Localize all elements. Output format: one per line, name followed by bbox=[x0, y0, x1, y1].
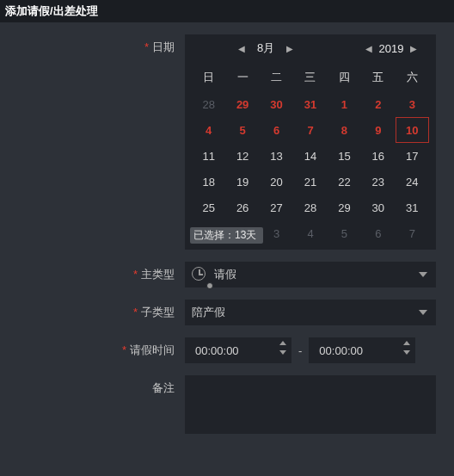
calendar-day[interactable]: 21 bbox=[293, 169, 327, 195]
required-mark: * bbox=[133, 268, 138, 281]
calendar: ◀ 8月 ▶ ◀ 2019 ▶ 日一二三四五六28293031123456789… bbox=[185, 34, 436, 250]
calendar-day[interactable]: 5 bbox=[225, 117, 259, 143]
calendar-day[interactable]: 23 bbox=[361, 169, 395, 195]
calendar-dow: 六 bbox=[396, 64, 429, 91]
end-time-value: 00:00:00 bbox=[319, 344, 363, 357]
start-time-input[interactable]: 00:00:00 bbox=[185, 337, 291, 363]
calendar-dow: 日 bbox=[192, 64, 225, 91]
calendar-day[interactable]: 13 bbox=[260, 143, 293, 169]
row-date: *日期 ◀ 8月 ▶ ◀ 2019 ▶ 日一二三四五六2829303112345… bbox=[9, 34, 442, 250]
calendar-day[interactable]: 4 bbox=[192, 117, 225, 143]
label-date: *日期 bbox=[9, 34, 185, 250]
main-type-value: 请假 bbox=[214, 267, 236, 282]
calendar-day[interactable]: 30 bbox=[361, 195, 395, 220]
calendar-day[interactable]: 24 bbox=[396, 169, 429, 195]
calendar-day[interactable]: 10 bbox=[396, 117, 429, 143]
calendar-day[interactable]: 19 bbox=[225, 169, 259, 195]
label-sub-type: *子类型 bbox=[9, 300, 185, 325]
calendar-day[interactable]: 2 bbox=[361, 91, 395, 117]
calendar-day[interactable]: 29 bbox=[225, 91, 259, 117]
calendar-day[interactable]: 31 bbox=[293, 91, 327, 117]
time-separator: - bbox=[298, 344, 302, 357]
main-type-select[interactable]: 请假 bbox=[185, 262, 436, 287]
calendar-year: 2019 bbox=[379, 42, 404, 55]
calendar-dow: 五 bbox=[361, 64, 395, 91]
end-time-down[interactable] bbox=[403, 350, 410, 355]
calendar-day[interactable]: 28 bbox=[293, 195, 327, 220]
calendar-day[interactable]: 15 bbox=[328, 143, 361, 169]
calendar-day[interactable]: 16 bbox=[361, 143, 395, 169]
calendar-day[interactable]: 6 bbox=[361, 220, 395, 246]
calendar-day[interactable]: 20 bbox=[260, 169, 293, 195]
calendar-day[interactable]: 25 bbox=[192, 195, 225, 220]
form: *日期 ◀ 8月 ▶ ◀ 2019 ▶ 日一二三四五六2829303112345… bbox=[0, 22, 454, 454]
remark-textarea[interactable] bbox=[185, 375, 436, 434]
required-mark: * bbox=[133, 306, 138, 318]
calendar-day[interactable]: 18 bbox=[192, 169, 225, 195]
label-main-type: *主类型 bbox=[9, 262, 185, 287]
calendar-day[interactable]: 30 bbox=[260, 91, 293, 117]
chevron-down-icon bbox=[419, 272, 427, 277]
row-leave-time: *请假时间 00:00:00 - 00:00:00 bbox=[9, 337, 442, 363]
next-year-arrow[interactable]: ▶ bbox=[410, 44, 417, 53]
calendar-day[interactable]: 7 bbox=[293, 117, 327, 143]
row-main-type: *主类型 请假 bbox=[9, 262, 442, 287]
start-time-up[interactable] bbox=[279, 341, 286, 345]
required-mark: * bbox=[122, 343, 126, 356]
clock-badge-icon bbox=[206, 282, 213, 289]
calendar-day[interactable]: 6 bbox=[260, 117, 293, 143]
start-time-down[interactable] bbox=[279, 350, 286, 355]
calendar-day[interactable]: 4 bbox=[293, 220, 327, 246]
row-remark: 备注 bbox=[9, 375, 442, 434]
calendar-day[interactable]: 28 bbox=[192, 91, 225, 117]
calendar-day[interactable]: 8 bbox=[328, 117, 361, 143]
calendar-day[interactable]: 27 bbox=[260, 195, 293, 220]
calendar-day[interactable]: 11 bbox=[192, 143, 225, 169]
calendar-day[interactable]: 22 bbox=[328, 169, 361, 195]
end-time-up[interactable] bbox=[403, 341, 410, 345]
calendar-day[interactable]: 9 bbox=[361, 117, 395, 143]
calendar-dow: 二 bbox=[260, 64, 293, 91]
sub-type-value: 陪产假 bbox=[192, 305, 225, 320]
label-leave-time: *请假时间 bbox=[9, 337, 185, 363]
calendar-day[interactable]: 29 bbox=[328, 195, 361, 220]
calendar-dow: 四 bbox=[328, 64, 361, 91]
calendar-status: 已选择：13天 bbox=[190, 227, 263, 244]
calendar-day[interactable]: 12 bbox=[225, 143, 259, 169]
calendar-day[interactable]: 14 bbox=[293, 143, 327, 169]
chevron-down-icon bbox=[419, 310, 427, 315]
calendar-day[interactable]: 3 bbox=[260, 220, 293, 246]
prev-month-arrow[interactable]: ◀ bbox=[238, 44, 245, 53]
calendar-dow: 一 bbox=[225, 64, 259, 91]
start-time-value: 00:00:00 bbox=[195, 344, 239, 357]
dialog-title: 添加请假/出差处理 bbox=[0, 0, 454, 22]
calendar-day[interactable]: 17 bbox=[396, 143, 429, 169]
calendar-dow: 三 bbox=[293, 64, 327, 91]
next-month-arrow[interactable]: ▶ bbox=[286, 44, 293, 53]
label-remark: 备注 bbox=[9, 375, 185, 434]
calendar-grid: 日一二三四五六282930311234567891011121314151617… bbox=[185, 62, 436, 250]
calendar-day[interactable]: 31 bbox=[396, 195, 429, 220]
calendar-day[interactable]: 26 bbox=[225, 195, 259, 220]
end-time-input[interactable]: 00:00:00 bbox=[309, 337, 415, 363]
row-sub-type: *子类型 陪产假 bbox=[9, 300, 442, 325]
calendar-month: 8月 bbox=[257, 40, 274, 56]
calendar-day[interactable]: 7 bbox=[396, 220, 429, 246]
calendar-day[interactable]: 5 bbox=[328, 220, 361, 246]
calendar-header: ◀ 8月 ▶ ◀ 2019 ▶ bbox=[185, 34, 436, 62]
prev-year-arrow[interactable]: ◀ bbox=[365, 44, 372, 53]
clock-icon bbox=[192, 267, 206, 281]
required-mark: * bbox=[144, 40, 149, 53]
calendar-day[interactable]: 1 bbox=[328, 91, 361, 117]
sub-type-select[interactable]: 陪产假 bbox=[185, 300, 436, 325]
calendar-day[interactable]: 3 bbox=[396, 91, 429, 117]
